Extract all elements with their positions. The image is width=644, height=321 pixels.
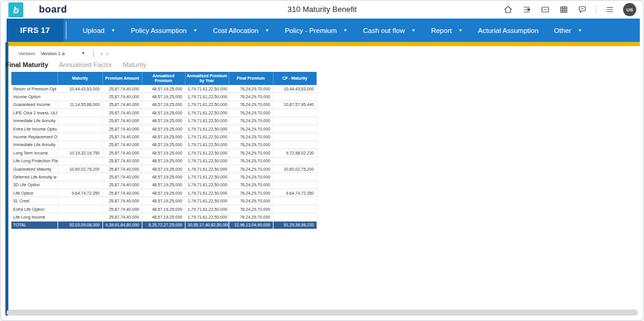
value-cell[interactable]: [273, 181, 317, 189]
value-cell[interactable]: [273, 173, 317, 181]
column-header-maturity[interactable]: Maturity: [57, 72, 102, 85]
value-cell[interactable]: 76,24,29,70,000: [229, 141, 273, 149]
nav-item-acturial-assumption[interactable]: Acturial Assumption: [470, 27, 546, 34]
row-label-cell[interactable]: Life Option: [11, 189, 57, 197]
value-cell[interactable]: 76,24,29,70,000: [229, 133, 273, 141]
value-cell[interactable]: 25,87,74,40,000: [102, 125, 142, 132]
column-header-premium-amount[interactable]: Premium Amount: [102, 72, 142, 85]
version-select[interactable]: Version 1 a ▼: [41, 51, 89, 56]
value-cell[interactable]: 1,79,71,61,22,50,000: [185, 133, 229, 141]
value-cell[interactable]: 76,24,29,70,000: [229, 197, 273, 205]
column-header-final-premium[interactable]: Final Premium: [229, 72, 273, 85]
value-cell[interactable]: [273, 133, 317, 141]
tab-maturity[interactable]: Maturity: [123, 61, 146, 68]
value-cell[interactable]: 25,87,74,40,000: [102, 101, 142, 108]
value-cell[interactable]: 25,87,74,40,000: [102, 197, 142, 205]
prev-version-button[interactable]: ‹: [99, 50, 105, 56]
value-cell[interactable]: 1,79,71,61,22,50,000: [185, 173, 229, 181]
value-cell[interactable]: 76,24,29,70,000: [229, 85, 273, 93]
value-cell[interactable]: [57, 125, 102, 132]
value-cell[interactable]: [273, 213, 317, 221]
nav-item-upload[interactable]: Upload▼: [75, 27, 123, 34]
value-cell[interactable]: 1,79,71,61,22,50,000: [185, 189, 229, 197]
row-label-cell[interactable]: Life Long Income: [11, 213, 57, 221]
value-cell[interactable]: 25,87,74,40,000: [102, 141, 142, 149]
value-cell[interactable]: 1,79,71,61,22,50,000: [185, 93, 229, 101]
value-cell[interactable]: 1,79,71,61,22,50,000: [185, 157, 229, 165]
value-cell[interactable]: 76,24,29,70,000: [229, 205, 273, 213]
nav-item-other[interactable]: Other▼: [546, 27, 590, 34]
value-cell[interactable]: 25,87,74,40,000: [102, 109, 142, 117]
value-cell[interactable]: [57, 205, 102, 213]
value-cell[interactable]: 1,79,71,61,22,50,000: [185, 125, 229, 132]
value-cell[interactable]: 1,79,71,61,22,50,000: [185, 213, 229, 221]
value-cell[interactable]: [57, 181, 102, 189]
value-cell[interactable]: 1,79,71,61,22,50,000: [185, 141, 229, 149]
value-cell[interactable]: 25,87,74,40,000: [102, 181, 142, 189]
value-cell[interactable]: [57, 117, 102, 125]
value-cell[interactable]: 48,57,19,25,000: [142, 165, 185, 172]
nav-item-policy-assumption[interactable]: Policy Assumption▼: [123, 27, 205, 34]
value-cell[interactable]: 12,96,13,04,90,000: [229, 221, 273, 229]
value-cell[interactable]: [57, 173, 102, 181]
value-cell[interactable]: 30,55,17,40,82,50,000: [185, 221, 229, 229]
row-label-cell[interactable]: TOTAL: [11, 221, 57, 229]
value-cell[interactable]: 48,57,19,25,000: [142, 109, 185, 117]
nav-item-report[interactable]: Report▼: [423, 27, 470, 34]
row-label-cell[interactable]: SL Crest: [11, 197, 57, 205]
row-label-cell[interactable]: Income Replacement Op: [11, 133, 57, 141]
value-cell[interactable]: [273, 109, 317, 117]
tab-final-maturity[interactable]: Final Maturity: [5, 61, 48, 68]
value-cell[interactable]: 25,87,74,40,000: [102, 85, 142, 93]
row-label-cell[interactable]: Long Term Income: [11, 149, 57, 157]
value-cell[interactable]: [273, 205, 317, 213]
value-cell[interactable]: 48,57,19,25,000: [142, 141, 185, 149]
column-header-annualised-premium[interactable]: Annualised Premium: [142, 72, 185, 85]
value-cell[interactable]: 1,79,71,61,22,50,000: [185, 85, 229, 93]
value-cell[interactable]: 48,57,19,25,000: [142, 133, 185, 141]
horizontal-scrollbar[interactable]: [7, 310, 638, 316]
row-label-cell[interactable]: Guaranteed Maturity: [11, 165, 57, 172]
value-cell[interactable]: 10,19,32,19,750: [57, 149, 102, 157]
value-cell[interactable]: 25,87,74,40,000: [102, 93, 142, 101]
value-cell[interactable]: 76,24,29,70,000: [229, 109, 273, 117]
value-cell[interactable]: 76,24,29,70,000: [229, 93, 273, 101]
value-cell[interactable]: 76,24,29,70,000: [229, 213, 273, 221]
value-cell[interactable]: [57, 93, 102, 101]
value-cell[interactable]: 76,24,29,70,000: [229, 181, 273, 189]
value-cell[interactable]: [273, 141, 317, 149]
value-cell[interactable]: 48,57,19,25,000: [142, 85, 185, 93]
row-label-cell[interactable]: Extra Life Income Optio: [11, 125, 57, 132]
value-cell[interactable]: 10,87,57,95,440: [273, 101, 317, 108]
value-cell[interactable]: [273, 93, 317, 101]
user-avatar[interactable]: US: [623, 3, 636, 16]
value-cell[interactable]: [57, 141, 102, 149]
value-cell[interactable]: 25,87,74,40,000: [102, 157, 142, 165]
row-label-cell[interactable]: Immediate Life Annuity: [11, 141, 57, 149]
value-cell[interactable]: 48,57,19,25,000: [142, 189, 185, 197]
row-label-cell[interactable]: Return of Premium Opt: [11, 85, 57, 93]
row-label-cell[interactable]: Deferred Life Annuity w: [11, 173, 57, 181]
value-cell[interactable]: [273, 157, 317, 165]
value-cell[interactable]: 48,57,19,25,000: [142, 157, 185, 165]
column-header-cf-maturity[interactable]: CF - Maturity: [273, 72, 317, 85]
value-cell[interactable]: 10,60,02,75,200: [273, 165, 317, 172]
row-label-cell[interactable]: Extra Life Option: [11, 205, 57, 213]
value-cell[interactable]: 76,24,29,70,000: [229, 125, 273, 132]
value-cell[interactable]: 25,87,74,40,000: [102, 165, 142, 172]
value-cell[interactable]: 48,57,19,25,000: [142, 117, 185, 125]
value-cell[interactable]: 76,24,29,70,000: [229, 165, 273, 172]
value-cell[interactable]: 48,57,19,25,000: [142, 93, 185, 101]
value-cell[interactable]: 1,79,71,61,22,50,000: [185, 181, 229, 189]
nav-item-cash-out-flow[interactable]: Cash out flow▼: [356, 27, 424, 34]
mail-icon[interactable]: [540, 5, 550, 15]
value-cell[interactable]: [57, 213, 102, 221]
value-cell[interactable]: 25,87,74,40,000: [102, 117, 142, 125]
value-cell[interactable]: 48,57,19,25,000: [142, 149, 185, 157]
value-cell[interactable]: 9,64,74,72,350: [57, 189, 102, 197]
value-cell[interactable]: 48,57,19,25,000: [142, 173, 185, 181]
value-cell[interactable]: 1,79,71,61,22,50,000: [185, 101, 229, 108]
value-cell[interactable]: 52,03,09,08,300: [57, 221, 102, 229]
module-badge-ifrs17[interactable]: IFRS 17: [7, 19, 63, 42]
value-cell[interactable]: 48,57,19,25,000: [142, 181, 185, 189]
